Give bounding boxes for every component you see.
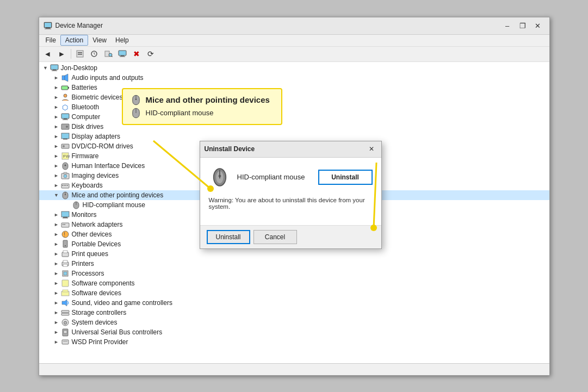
keyboards-expander[interactable]: ►: [52, 181, 61, 190]
tree-item-printers[interactable]: ► Printers: [39, 259, 549, 269]
tree-item-printqueues[interactable]: ► Print queues: [39, 249, 549, 259]
monitors-icon: [61, 210, 70, 219]
dialog-close-button[interactable]: ✕: [366, 144, 377, 154]
minimize-button[interactable]: –: [500, 20, 515, 32]
callout-row-1: Mice and other pointing devices: [131, 95, 274, 105]
svg-rect-20: [68, 87, 69, 89]
dialog-device-row: HID-compliant mouse Uninstall: [209, 166, 373, 188]
bluetooth-expander[interactable]: ►: [52, 103, 61, 111]
tree-item-sysdev[interactable]: ► ⚙ System devices: [39, 318, 549, 327]
display-icon: [61, 132, 70, 141]
toolbar-properties-btn[interactable]: [73, 48, 86, 60]
svg-rect-65: [64, 272, 67, 275]
computer-icon: [50, 64, 59, 72]
other-expander[interactable]: ►: [52, 230, 61, 239]
title-bar: Device Manager – ❐ ✕: [39, 17, 549, 35]
menu-action[interactable]: Action: [60, 35, 88, 46]
tree-item-biometric[interactable]: ► Biometric devices: [39, 92, 549, 102]
tree-item-diskdrives[interactable]: ► Disk drives: [39, 122, 549, 132]
toolbar-uninstall-btn[interactable]: ✖: [130, 48, 143, 60]
tree-item-wsd[interactable]: ► WSD Print Provider: [39, 337, 549, 347]
toolbar-computer-btn[interactable]: [116, 48, 129, 60]
svg-rect-68: [63, 290, 68, 292]
status-bar: [39, 363, 549, 375]
svg-rect-12: [121, 55, 124, 57]
network-expander[interactable]: ►: [52, 220, 61, 229]
network-icon: [61, 220, 70, 229]
sound-expander[interactable]: ►: [52, 298, 61, 307]
menu-bar: File Action View Help: [39, 35, 549, 47]
tree-item-softcomp[interactable]: ► Software components: [39, 278, 549, 288]
imaging-expander[interactable]: ►: [52, 171, 61, 180]
batteries-expander[interactable]: ►: [52, 83, 61, 92]
tree-item-bluetooth[interactable]: ► ⬡ Bluetooth: [39, 102, 549, 112]
menu-help[interactable]: Help: [111, 35, 133, 45]
storage-expander[interactable]: ►: [52, 308, 61, 317]
svg-rect-60: [63, 251, 67, 253]
softcomp-expander[interactable]: ►: [52, 279, 61, 288]
svg-rect-77: [63, 341, 67, 342]
firmware-expander[interactable]: ►: [52, 152, 61, 160]
menu-file[interactable]: File: [41, 35, 60, 45]
toolbar-update-btn[interactable]: [88, 48, 101, 60]
biometric-expander[interactable]: ►: [52, 93, 61, 102]
window-icon: [44, 21, 52, 30]
tree-item-storage[interactable]: ► Storage controllers: [39, 308, 549, 318]
keyboards-label: Keyboards: [72, 182, 103, 189]
tree-item-audio[interactable]: ► Audio inputs and outputs: [39, 73, 549, 83]
root-label: Jon-Desktop: [61, 64, 97, 72]
close-button[interactable]: ✕: [531, 20, 545, 32]
hid-mouse-icon: [72, 201, 81, 209]
callout-title: Mice and other pointing devices: [146, 95, 270, 104]
svg-rect-3: [45, 29, 51, 29]
mice-expander[interactable]: ▼: [52, 191, 61, 200]
monitors-label: Monitors: [72, 211, 97, 219]
sound-label: Sound, video and game controllers: [72, 299, 172, 307]
dvd-expander[interactable]: ►: [52, 142, 61, 151]
dialog-cancel-button[interactable]: Cancel: [253, 230, 297, 244]
proc-label: Processors: [72, 270, 104, 277]
proc-expander[interactable]: ►: [52, 269, 61, 278]
svg-rect-57: [63, 240, 67, 247]
dialog-top-uninstall-button[interactable]: Uninstall: [318, 170, 373, 185]
portable-expander[interactable]: ►: [52, 240, 61, 248]
tree-item-softdev[interactable]: ► Software devices: [39, 288, 549, 298]
tree-item-processors[interactable]: ► Processors: [39, 269, 549, 278]
display-expander[interactable]: ►: [52, 132, 61, 141]
hid-expander[interactable]: ►: [52, 161, 61, 170]
svg-rect-24: [64, 119, 67, 120]
computer-expander[interactable]: ►: [52, 113, 61, 121]
tree-item-usb[interactable]: ► Universal Serial Bus controllers: [39, 327, 549, 337]
softdev-expander[interactable]: ►: [52, 289, 61, 297]
restore-button[interactable]: ❐: [516, 20, 530, 32]
toolbar-refresh-btn[interactable]: ⟳: [144, 48, 157, 60]
sysdev-label: System devices: [72, 319, 117, 326]
root-expander[interactable]: ▼: [41, 64, 50, 72]
usb-expander[interactable]: ►: [52, 328, 61, 337]
sysdev-expander[interactable]: ►: [52, 318, 61, 327]
svg-point-55: [62, 231, 69, 238]
tree-item-displayadapters[interactable]: ► Display adapters: [39, 132, 549, 141]
dialog-uninstall-button[interactable]: Uninstall: [207, 230, 250, 244]
toolbar-back-btn[interactable]: ◄: [41, 48, 54, 60]
tree-item-computer[interactable]: ► Computer: [39, 112, 549, 122]
imaging-label: Imaging devices: [72, 172, 119, 179]
printers-expander[interactable]: ►: [52, 259, 61, 268]
storage-icon: [61, 308, 70, 317]
callout-tooltip: Mice and other pointing devices HID-comp…: [122, 88, 282, 125]
menu-view[interactable]: View: [88, 35, 111, 45]
window-title: Device Manager: [55, 22, 500, 29]
tree-item-sound[interactable]: ► Sound, video and game controllers: [39, 298, 549, 308]
tree-root[interactable]: ▼ Jon-Desktop: [39, 63, 549, 73]
wsd-expander[interactable]: ►: [52, 338, 61, 346]
hid-label: Human Interface Devices: [72, 162, 145, 170]
disk-expander[interactable]: ►: [52, 122, 61, 131]
monitors-expander[interactable]: ►: [52, 210, 61, 219]
dialog-device-icon: [209, 166, 231, 188]
hid-mouse-label: HID-compliant mouse: [83, 201, 145, 209]
toolbar-forward-btn[interactable]: ►: [55, 48, 69, 60]
tree-item-batteries[interactable]: ► Batteries: [39, 83, 549, 92]
toolbar-scan-btn[interactable]: [102, 48, 115, 60]
printq-expander[interactable]: ►: [52, 250, 61, 258]
audio-expander[interactable]: ►: [52, 73, 61, 82]
